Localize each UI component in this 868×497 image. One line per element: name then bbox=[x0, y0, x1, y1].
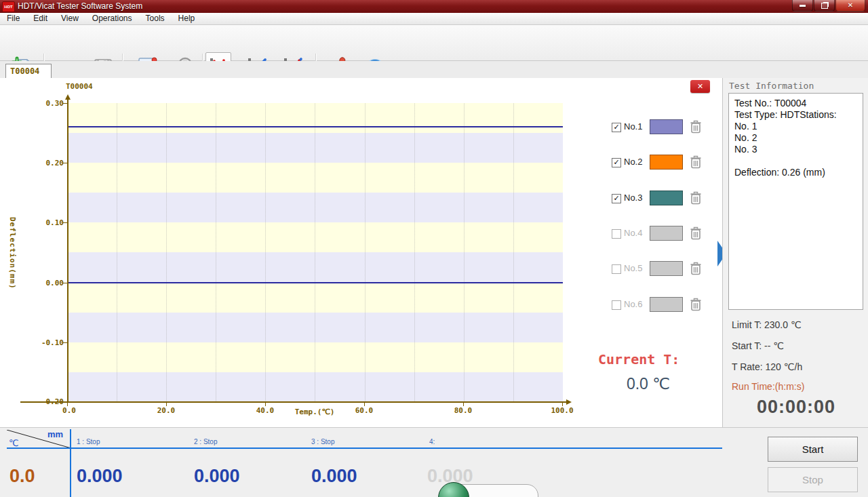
series-checkbox[interactable]: ✓ bbox=[612, 194, 621, 203]
current-temp-readout: 0.0 bbox=[9, 466, 35, 487]
column-unit-label: ℃ bbox=[9, 438, 19, 448]
legend-row-2: ✓ No.2 bbox=[609, 155, 711, 170]
series-checkbox[interactable] bbox=[612, 300, 621, 310]
y-axis-title: Deflection(mm) bbox=[8, 217, 17, 290]
y-tick-label: 0.00 bbox=[35, 279, 64, 287]
run-time-value: 00:00:00 bbox=[728, 397, 864, 418]
current-temperature-label: Current T: bbox=[598, 351, 679, 367]
x-tick-label: 100.0 bbox=[547, 406, 577, 415]
legend-row-1: ✓ No.1 bbox=[609, 119, 711, 134]
start-button[interactable]: Start bbox=[768, 437, 858, 462]
tab-strip: T00004 bbox=[0, 61, 868, 78]
series-label: No.2 bbox=[624, 157, 642, 167]
station-line: No. 3 bbox=[734, 144, 857, 155]
test-type-line: Test Type: HDTStations: bbox=[734, 109, 857, 121]
y-tick-label: -0.10 bbox=[35, 338, 64, 347]
y-tick-label: 0.20 bbox=[35, 159, 64, 167]
limit-t-label: Limit T: 230.0 ℃ bbox=[732, 319, 802, 330]
close-window-button[interactable]: ✕ bbox=[835, 0, 865, 12]
chart-close-button[interactable]: ✕ bbox=[690, 80, 710, 93]
station-line: No. 1 bbox=[734, 121, 857, 132]
series-label: No.3 bbox=[624, 193, 642, 203]
trash-icon[interactable] bbox=[690, 262, 702, 275]
check-icon: ✓ bbox=[613, 158, 619, 166]
baseline bbox=[67, 282, 563, 283]
series-color-chip[interactable] bbox=[650, 119, 683, 134]
series-checkbox[interactable] bbox=[612, 229, 621, 239]
minimize-button[interactable] bbox=[792, 0, 813, 12]
chart-title: T00004 bbox=[66, 82, 93, 91]
series-checkbox[interactable]: ✓ bbox=[612, 123, 621, 132]
check-icon: ✓ bbox=[613, 194, 619, 202]
readout-divider-horizontal bbox=[7, 448, 722, 449]
deflection-line: Deflection: 0.26 (mm) bbox=[734, 167, 857, 178]
menu-edit[interactable]: Edit bbox=[26, 13, 54, 24]
series-color-chip[interactable] bbox=[650, 261, 683, 276]
x-axis-arrow-icon bbox=[566, 399, 572, 405]
minimize-icon bbox=[800, 5, 806, 7]
check-icon: ✓ bbox=[613, 123, 619, 131]
menu-help[interactable]: Help bbox=[172, 13, 202, 24]
plot-area bbox=[67, 103, 563, 402]
t-rate-label: T Rate: 120 ℃/h bbox=[732, 361, 802, 372]
series-color-chip[interactable] bbox=[650, 297, 683, 312]
readout-divider-vertical bbox=[70, 429, 71, 497]
run-time-label: Run Time:(h:m:s) bbox=[732, 381, 804, 392]
trash-icon[interactable] bbox=[690, 191, 702, 205]
maximize-button[interactable] bbox=[814, 0, 835, 12]
deflection-limit-line bbox=[67, 126, 563, 127]
series-label: No.6 bbox=[624, 299, 642, 309]
test-information-box: Test No.: T00004 Test Type: HDTStations:… bbox=[728, 93, 863, 310]
trash-icon[interactable] bbox=[690, 155, 702, 169]
test-information-panel: Test Information Test No.: T00004 Test T… bbox=[722, 78, 868, 427]
series-color-chip[interactable] bbox=[650, 191, 683, 205]
readout-panel: mm ℃ 1 : Stop 2 : Stop 3 : Stop 4: 0.0 0… bbox=[0, 427, 868, 497]
y-axis-arrow-icon bbox=[65, 94, 71, 100]
menu-view[interactable]: View bbox=[54, 13, 85, 24]
channel-2-value: 0.000 bbox=[194, 466, 240, 487]
x-axis-title: Temp.(℃) bbox=[281, 407, 349, 416]
test-information-header: Test Information bbox=[729, 81, 814, 91]
x-tick-label: 20.0 bbox=[151, 406, 181, 415]
trash-icon[interactable] bbox=[690, 120, 702, 134]
series-checkbox[interactable] bbox=[612, 264, 621, 274]
series-color-chip[interactable] bbox=[650, 155, 683, 170]
menu-tools[interactable]: Tools bbox=[139, 13, 172, 24]
channel-4-header: 4: bbox=[429, 438, 435, 445]
app-logo-icon: HDT bbox=[2, 1, 15, 12]
series-checkbox[interactable]: ✓ bbox=[612, 158, 621, 167]
legend-row-3: ✓ No.3 bbox=[609, 191, 711, 205]
x-tick-label: 80.0 bbox=[448, 406, 478, 415]
app-window: HDT HDT/Vicat Tester Software System ✕ F… bbox=[0, 0, 868, 497]
channel-3-header: 3 : Stop bbox=[311, 438, 334, 445]
y-tick-label: 0.10 bbox=[35, 218, 64, 227]
station-line: No. 2 bbox=[734, 132, 857, 144]
start-t-label: Start T: -- ℃ bbox=[732, 340, 784, 351]
series-color-chip[interactable] bbox=[650, 226, 683, 241]
trash-icon[interactable] bbox=[690, 298, 702, 311]
toolbar: o C ? bbox=[0, 25, 868, 61]
x-tick-label: 40.0 bbox=[250, 406, 280, 415]
x-tick-label: 0.0 bbox=[54, 406, 84, 415]
blank-line bbox=[734, 155, 857, 167]
menu-operations[interactable]: Operations bbox=[85, 13, 139, 24]
channel-2-header: 2 : Stop bbox=[194, 438, 217, 445]
series-label: No.1 bbox=[624, 121, 642, 132]
menu-file[interactable]: File bbox=[0, 13, 26, 24]
channel-3-value: 0.000 bbox=[311, 466, 357, 487]
maximize-icon bbox=[821, 3, 828, 9]
window-title: HDT/Vicat Tester Software System bbox=[18, 1, 142, 11]
trash-icon[interactable] bbox=[690, 226, 702, 240]
channel-1-header: 1 : Stop bbox=[77, 438, 100, 445]
series-label: No.4 bbox=[624, 228, 642, 238]
window-controls: ✕ bbox=[791, 0, 865, 12]
row-unit-label: mm bbox=[47, 429, 63, 439]
chart-close-icon: ✕ bbox=[697, 82, 703, 90]
series-label: No.5 bbox=[624, 263, 642, 273]
title-bar: HDT HDT/Vicat Tester Software System ✕ bbox=[0, 0, 868, 13]
tab-t00004[interactable]: T00004 bbox=[5, 64, 52, 78]
current-temperature-value: 0.0 ℃ bbox=[610, 375, 686, 393]
legend-row-4: No.4 bbox=[609, 226, 711, 241]
legend-row-5: No.5 bbox=[609, 261, 711, 276]
y-tick-label: 0.30 bbox=[35, 99, 64, 108]
